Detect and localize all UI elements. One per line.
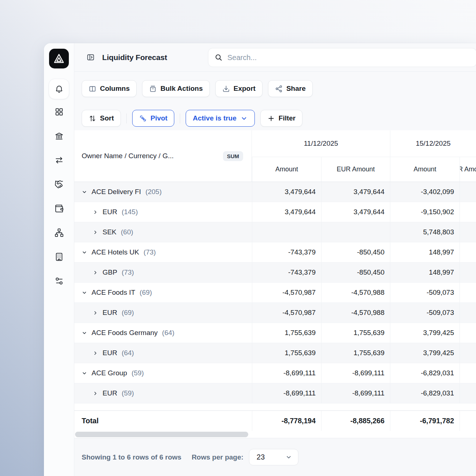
row-label-cell[interactable]: ACE Group(59) bbox=[74, 363, 252, 383]
amount-cell: 3,479,644 bbox=[252, 202, 321, 222]
amount-cell: -6,829,031 bbox=[390, 383, 460, 403]
columns-button[interactable]: Columns bbox=[82, 80, 137, 97]
chevron-down-icon[interactable] bbox=[82, 250, 87, 255]
amount-cell bbox=[460, 363, 476, 383]
group-column-header[interactable]: Owner Name / Currency / G... SUM bbox=[74, 130, 252, 182]
showing-rows-text: Showing 1 to 6 rows of 6 rows bbox=[82, 453, 181, 461]
sidebar-item-transfers[interactable] bbox=[55, 156, 64, 166]
table-row[interactable]: ACE Delivery FI(205)3,479,6443,479,644-3… bbox=[74, 182, 476, 202]
total-row: Total -8,778,194 -8,885,266 -6,791,782 bbox=[74, 410, 476, 431]
row-label-cell[interactable]: EUR(64) bbox=[74, 343, 252, 363]
sidebar-item-wallet[interactable] bbox=[55, 204, 64, 215]
chevron-right-icon[interactable] bbox=[93, 270, 98, 275]
chevron-right-icon[interactable] bbox=[93, 310, 98, 316]
sidebar-item-settings[interactable] bbox=[55, 276, 64, 287]
table-row[interactable]: ACE Group(59)-8,699,111-8,699,111-6,829,… bbox=[74, 363, 476, 383]
amount-cell: -4,570,987 bbox=[252, 303, 321, 323]
app-logo[interactable] bbox=[49, 49, 69, 68]
row-label-cell[interactable]: SEK(60) bbox=[74, 222, 252, 242]
row-label-cell[interactable]: ACE Hotels UK(73) bbox=[74, 242, 252, 262]
amount-cell: -4,570,988 bbox=[321, 303, 390, 323]
table-row[interactable]: EUR(59)-8,699,111-8,699,111-6,829,031 bbox=[74, 383, 476, 404]
row-label-cell[interactable]: EUR(69) bbox=[74, 303, 252, 323]
subheader-eur-amount[interactable]: EUR Amount bbox=[321, 157, 390, 182]
rows-per-page-select[interactable]: 23 bbox=[249, 449, 298, 465]
row-label: ACE Group bbox=[92, 369, 127, 377]
amount-cell bbox=[252, 222, 321, 242]
bulk-actions-button[interactable]: Bulk Actions bbox=[142, 80, 209, 97]
sidebar-item-entities[interactable] bbox=[55, 252, 64, 263]
table-row[interactable]: EUR(69)-4,570,987-4,570,988-509,073 bbox=[74, 303, 476, 323]
row-count: (73) bbox=[122, 268, 134, 276]
pivot-button[interactable]: Pivot bbox=[132, 110, 174, 127]
amount-cell: 3,799,425 bbox=[390, 323, 460, 343]
amount-cell: 148,997 bbox=[390, 242, 460, 262]
chevron-down-icon[interactable] bbox=[82, 371, 87, 376]
bank-icon bbox=[55, 131, 64, 141]
sidebar-item-dashboard[interactable] bbox=[55, 107, 64, 118]
row-label: EUR bbox=[103, 309, 117, 317]
sidebar-item-counterparties[interactable] bbox=[55, 180, 64, 190]
sidebar-item-org-chart[interactable] bbox=[55, 228, 64, 239]
amount-cell: 3,479,644 bbox=[252, 182, 321, 202]
table-row[interactable]: EUR(145)3,479,6443,479,644-9,150,902 bbox=[74, 202, 476, 222]
subheader-amount[interactable]: Amount bbox=[252, 157, 321, 182]
scrollbar-thumb[interactable] bbox=[75, 432, 248, 437]
bell-icon bbox=[55, 85, 64, 94]
sort-button[interactable]: Sort bbox=[82, 110, 121, 127]
amount-cell: -8,699,111 bbox=[321, 363, 390, 383]
table-row[interactable]: EUR(64)1,755,6391,755,6393,799,425 bbox=[74, 343, 476, 363]
chevron-right-icon[interactable] bbox=[93, 391, 98, 396]
rows-per-page-value: 23 bbox=[257, 453, 265, 461]
row-label-cell[interactable]: EUR(59) bbox=[74, 383, 252, 403]
chevron-down-icon bbox=[285, 454, 292, 461]
row-label: ACE Hotels UK bbox=[92, 248, 139, 256]
row-label: SEK bbox=[103, 228, 116, 236]
chevron-down-icon[interactable] bbox=[82, 290, 87, 295]
amount-cell bbox=[460, 383, 476, 403]
chevron-right-icon[interactable] bbox=[93, 350, 98, 356]
horizontal-scrollbar bbox=[74, 431, 476, 438]
settings-sliders-icon bbox=[55, 276, 64, 286]
date-column-header[interactable]: 15/12/2025 bbox=[390, 130, 476, 157]
sidebar-item-bank[interactable] bbox=[55, 131, 64, 142]
columns-icon bbox=[89, 85, 96, 93]
add-filter-button[interactable]: Filter bbox=[260, 110, 302, 127]
date-column-header[interactable]: 11/12/2025 bbox=[252, 130, 390, 157]
search-bar[interactable] bbox=[208, 48, 476, 67]
table-row[interactable]: ACE Hotels UK(73)-743,379-850,450148,997 bbox=[74, 242, 476, 263]
active-filter-chip[interactable]: Active is true bbox=[186, 110, 254, 127]
row-count: (145) bbox=[122, 208, 138, 216]
row-label-cell[interactable]: ACE Foods IT(69) bbox=[74, 283, 252, 302]
row-label-cell[interactable]: EUR(145) bbox=[74, 202, 252, 222]
row-label: GBP bbox=[103, 268, 117, 276]
table-row[interactable]: SEK(60)5,748,803 bbox=[74, 222, 476, 242]
chevron-down-icon[interactable] bbox=[82, 330, 87, 336]
row-count: (205) bbox=[145, 188, 161, 196]
row-label-cell[interactable]: GBP(73) bbox=[74, 263, 252, 282]
amount-cell bbox=[460, 283, 476, 302]
row-count: (59) bbox=[131, 369, 144, 377]
subheader-amount[interactable]: Amount bbox=[390, 157, 460, 182]
toolbar: Columns Bulk Actions Export Share bbox=[74, 72, 476, 130]
export-button[interactable]: Export bbox=[215, 80, 263, 97]
toolbar-row-actions: Columns Bulk Actions Export Share bbox=[82, 80, 476, 97]
table-row[interactable]: GBP(73)-743,379-850,450148,997 bbox=[74, 263, 476, 283]
table-row[interactable]: ACE Foods Germany(64)1,755,6391,755,6393… bbox=[74, 323, 476, 343]
share-button[interactable]: Share bbox=[268, 80, 313, 97]
row-label-cell[interactable]: ACE Foods Germany(64) bbox=[74, 323, 252, 343]
search-input[interactable] bbox=[227, 53, 374, 62]
row-count: (73) bbox=[144, 248, 156, 256]
aggregation-badge[interactable]: SUM bbox=[223, 151, 243, 161]
panel-toggle-icon[interactable] bbox=[86, 53, 95, 62]
row-label-cell[interactable]: ACE Delivery FI(205) bbox=[74, 182, 252, 202]
sidebar bbox=[44, 43, 74, 476]
chevron-down-icon[interactable] bbox=[82, 189, 87, 195]
table-row[interactable]: ACE Foods IT(69)-4,570,987-4,570,988-509… bbox=[74, 283, 476, 303]
chevron-right-icon[interactable] bbox=[93, 230, 98, 235]
amount-cell bbox=[460, 202, 476, 222]
notifications-button[interactable] bbox=[49, 79, 69, 99]
chevron-right-icon[interactable] bbox=[93, 209, 98, 215]
subheader-eur-amount[interactable]: EUR Amount bbox=[460, 157, 476, 182]
rows-per-page-label: Rows per page: bbox=[191, 453, 243, 461]
